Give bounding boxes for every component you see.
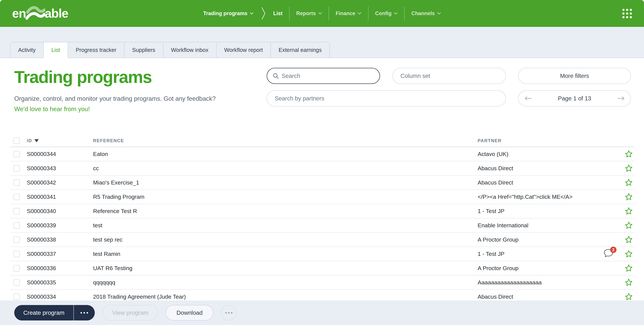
table-row[interactable]: S00000338 test sep rec A Proctor Group: [10, 233, 634, 247]
row-reference: Eaton: [93, 151, 478, 157]
previous-page-arrow-icon[interactable]: [524, 96, 532, 101]
feedback-link[interactable]: We'd love to hear from you!: [14, 104, 90, 114]
table-row[interactable]: S00000344 Eaton Actavo (UK): [10, 147, 634, 161]
tab-external-earnings[interactable]: External earnings: [271, 42, 330, 58]
app-header: en able Trading programs List Reports Fi…: [0, 0, 644, 27]
row-reference: qqqqqqq: [93, 279, 478, 286]
row-reference: cc: [93, 165, 478, 172]
favorite-star-icon[interactable]: [624, 221, 633, 230]
tab-workflow-report[interactable]: Workflow report: [216, 42, 271, 58]
row-reference: test: [93, 222, 478, 229]
chat-count-badge: 2: [610, 247, 616, 253]
row-reference: Miao's Exercise_1: [93, 179, 478, 186]
breadcrumb-chevron-icon: [261, 7, 266, 20]
row-id: S00000334: [27, 293, 93, 300]
table-row[interactable]: S00000343 cc Abacus Direct: [10, 161, 634, 176]
row-checkbox[interactable]: [14, 265, 20, 271]
row-checkbox[interactable]: [14, 179, 20, 186]
pagination-label: Page 1 of 13: [558, 95, 591, 102]
create-program-button[interactable]: Create program: [14, 305, 74, 320]
table-row[interactable]: S00000341 R5 Trading Program </P><a Href…: [10, 190, 634, 204]
apps-grid-icon[interactable]: [622, 9, 632, 18]
table-row[interactable]: S00000336 UAT R6 Testing A Proctor Group: [10, 261, 634, 275]
row-checkbox[interactable]: [14, 222, 20, 229]
favorite-star-icon[interactable]: [624, 278, 633, 287]
row-checkbox[interactable]: [14, 251, 20, 257]
table-row[interactable]: S00000342 Miao's Exercise_1 Abacus Direc…: [10, 176, 634, 190]
table-row[interactable]: S00000337 test Ramin 1 - Test JP 2: [10, 247, 634, 261]
row-reference: UAT R6 Testing: [93, 265, 478, 271]
row-reference: test sep rec: [93, 236, 478, 243]
pagination: Page 1 of 13: [518, 90, 631, 106]
chevron-down-icon: [437, 12, 441, 15]
row-checkbox[interactable]: [14, 194, 20, 200]
favorite-star-icon[interactable]: [624, 178, 633, 187]
column-header-id[interactable]: ID: [27, 138, 93, 143]
row-checkbox[interactable]: [14, 151, 20, 157]
create-program-more-button[interactable]: [74, 305, 95, 320]
tab-progress-tracker[interactable]: Progress tracker: [68, 42, 124, 58]
row-id: S00000335: [27, 279, 93, 286]
select-all-checkbox[interactable]: [14, 138, 20, 144]
row-id: S00000340: [27, 208, 93, 214]
nav-reports[interactable]: Reports: [290, 11, 328, 17]
tabstrip: Activity List Progress tracker Suppliers…: [10, 42, 330, 58]
row-partner: Abacus Direct: [478, 165, 604, 172]
favorite-star-icon[interactable]: [624, 164, 633, 173]
row-partner: A Proctor Group: [478, 236, 604, 243]
nav-config[interactable]: Config: [368, 11, 404, 17]
table-row[interactable]: S00000335 qqqqqqq Aaaaaaaaaaaaaaaaaaaa: [10, 275, 634, 290]
programs-table: ID REFERENCE PARTNER S00000344 Eaton Act…: [10, 135, 634, 304]
row-partner: Abacus Direct: [478, 179, 604, 186]
favorite-star-icon[interactable]: [624, 250, 633, 258]
nav-finance[interactable]: Finance: [329, 11, 368, 17]
tab-suppliers[interactable]: Suppliers: [124, 42, 163, 58]
table-row[interactable]: S00000340 Reference Test R 1 - Test JP: [10, 204, 634, 218]
view-program-button[interactable]: View program: [102, 305, 158, 320]
row-checkbox[interactable]: [14, 208, 20, 214]
favorite-star-icon[interactable]: [624, 292, 633, 301]
next-page-arrow-icon[interactable]: [617, 96, 625, 101]
row-partner: Actavo (UK): [478, 151, 604, 157]
more-filters-button[interactable]: More filters: [518, 68, 631, 84]
row-reference: R5 Trading Program: [93, 194, 478, 200]
favorite-star-icon[interactable]: [624, 235, 633, 244]
row-reference: 2018 Trading Agreement (Jude Tear): [93, 293, 478, 300]
row-id: S00000344: [27, 151, 93, 157]
nav-list[interactable]: List: [266, 11, 289, 17]
table-row[interactable]: S00000339 test Enable International: [10, 218, 634, 233]
tab-list[interactable]: List: [44, 42, 68, 58]
row-checkbox[interactable]: [14, 165, 20, 172]
sort-desc-icon: [34, 139, 39, 142]
row-partner: Aaaaaaaaaaaaaaaaaaaa: [478, 279, 604, 286]
column-header-partner: PARTNER: [478, 138, 604, 143]
row-id: S00000342: [27, 179, 93, 186]
chevron-down-icon: [318, 12, 322, 15]
nav-channels[interactable]: Channels: [405, 11, 448, 17]
search-input[interactable]: [282, 73, 374, 79]
table-body: S00000344 Eaton Actavo (UK) S00000343 cc…: [10, 147, 634, 304]
chat-bubble-icon[interactable]: 2: [604, 249, 614, 259]
row-partner: A Proctor Group: [478, 265, 604, 271]
enable-logo[interactable]: en able: [12, 4, 68, 23]
favorite-star-icon[interactable]: [624, 207, 633, 216]
partners-search-input[interactable]: [275, 95, 498, 102]
row-checkbox[interactable]: [14, 294, 20, 300]
row-checkbox[interactable]: [14, 236, 20, 243]
row-checkbox[interactable]: [14, 279, 20, 286]
nav-trading-programs[interactable]: Trading programs: [196, 11, 260, 17]
row-partner: Abacus Direct: [478, 293, 604, 300]
more-actions-button[interactable]: [221, 305, 236, 320]
row-partner: 1 - Test JP: [478, 251, 604, 257]
favorite-star-icon[interactable]: [624, 193, 633, 201]
chevron-down-icon: [394, 12, 398, 15]
favorite-star-icon[interactable]: [624, 264, 633, 273]
row-id: S00000337: [27, 251, 93, 257]
favorite-star-icon[interactable]: [624, 150, 633, 158]
search-icon: [272, 72, 279, 79]
download-button[interactable]: Download: [166, 305, 213, 320]
tab-workflow-inbox[interactable]: Workflow inbox: [163, 42, 216, 58]
column-set-button[interactable]: Column set: [392, 68, 506, 84]
tab-activity[interactable]: Activity: [10, 42, 44, 58]
chevron-down-icon: [358, 12, 362, 15]
